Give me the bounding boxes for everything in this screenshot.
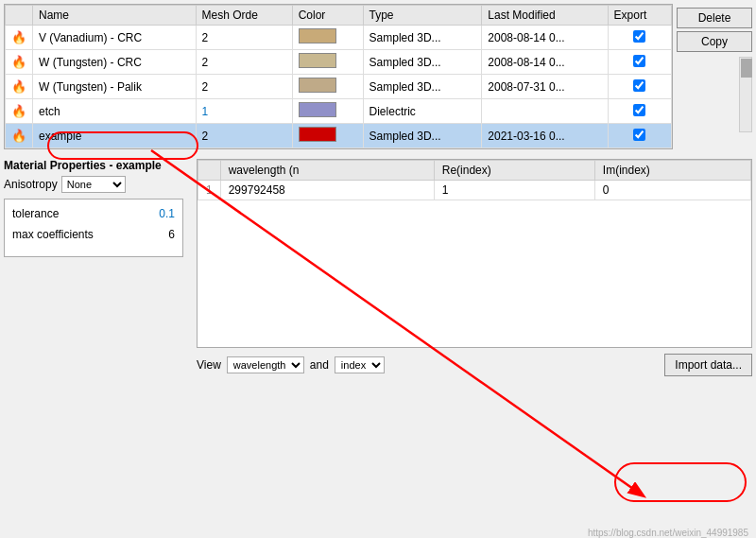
row-type: Dielectric <box>363 99 482 124</box>
col-re-index[interactable]: Re(index) <box>434 161 594 181</box>
row-type: Sampled 3D... <box>363 124 482 148</box>
row-icon: 🔥 <box>6 26 33 50</box>
import-highlight-circle <box>614 462 747 502</box>
data-row-num: 1 <box>198 181 221 200</box>
col-rownum <box>198 161 221 181</box>
row-mesh-order: 2 <box>196 75 292 99</box>
row-name: example <box>33 124 197 148</box>
anisotropy-label: Anisotropy <box>4 178 58 191</box>
export-checkbox[interactable] <box>633 104 645 116</box>
view-select-index[interactable]: index <box>335 356 385 373</box>
max-coeff-value: 6 <box>168 228 175 241</box>
col-type[interactable]: Type <box>363 6 482 26</box>
copy-button[interactable]: Copy <box>677 31 752 52</box>
action-buttons: Delete Copy <box>677 8 752 132</box>
tolerance-row: tolerance 0.1 <box>12 207 175 220</box>
export-checkbox[interactable] <box>633 55 645 67</box>
row-color <box>292 124 363 148</box>
delete-button[interactable]: Delete <box>677 8 752 28</box>
col-wavelength[interactable]: wavelength (n <box>220 161 434 181</box>
max-coeff-label: max coefficients <box>12 228 94 241</box>
data-re-index: 1 <box>434 181 594 200</box>
view-controls: View wavelength and index Import data... <box>197 354 752 376</box>
material-table-wrapper: Name Mesh Orde Color Type Last Modified … <box>5 5 672 148</box>
col-export[interactable]: Export <box>608 6 671 26</box>
row-mesh-order: 1 <box>196 99 292 124</box>
row-last-modified <box>482 99 608 124</box>
material-properties-panel: Material Properties - example Anisotropy… <box>4 153 193 376</box>
data-table-container: wavelength (n Re(index) Im(index) 129979… <box>197 159 752 348</box>
row-color <box>292 26 363 50</box>
row-last-modified: 2008-08-14 0... <box>482 26 608 50</box>
row-last-modified: 2008-07-31 0... <box>482 75 608 99</box>
table-row[interactable]: 🔥etch1Dielectric <box>6 99 672 124</box>
row-mesh-order: 2 <box>196 50 292 75</box>
col-im-index[interactable]: Im(index) <box>594 161 750 181</box>
row-color <box>292 99 363 124</box>
data-wavelength: 299792458 <box>220 181 434 200</box>
row-mesh-order: 2 <box>196 124 292 148</box>
data-table: wavelength (n Re(index) Im(index) 129979… <box>198 160 751 200</box>
row-last-modified: 2008-08-14 0... <box>482 50 608 75</box>
row-icon: 🔥 <box>6 99 33 124</box>
import-data-button[interactable]: Import data... <box>664 354 752 376</box>
tolerance-label: tolerance <box>12 207 59 220</box>
tolerance-value: 0.1 <box>159 207 175 220</box>
table-row[interactable]: 🔥V (Vanadium) - CRC2Sampled 3D...2008-08… <box>6 26 672 50</box>
row-export[interactable] <box>608 75 671 99</box>
material-table: Name Mesh Orde Color Type Last Modified … <box>5 5 672 148</box>
view-select-wavelength[interactable]: wavelength <box>227 356 304 373</box>
material-properties-title: Material Properties - example <box>4 159 193 172</box>
export-checkbox[interactable] <box>633 30 645 43</box>
col-mesh[interactable]: Mesh Orde <box>196 6 292 26</box>
row-export[interactable] <box>608 50 671 75</box>
material-list-section: Name Mesh Orde Color Type Last Modified … <box>4 4 673 149</box>
row-color <box>292 75 363 99</box>
row-icon: 🔥 <box>6 75 33 99</box>
row-type: Sampled 3D... <box>363 26 482 50</box>
watermark: https://blog.csdn.net/weixin_44991985 <box>588 528 748 538</box>
row-name: V (Vanadium) - CRC <box>33 26 197 50</box>
col-name[interactable]: Name <box>33 6 197 26</box>
scrollbar[interactable] <box>739 57 752 132</box>
col-color[interactable]: Color <box>292 6 363 26</box>
row-icon: 🔥 <box>6 50 33 75</box>
and-label: and <box>310 358 329 372</box>
row-name: W (Tungsten) - Palik <box>33 75 197 99</box>
export-checkbox[interactable] <box>633 129 645 141</box>
row-name: W (Tungsten) - CRC <box>33 50 197 75</box>
row-icon: 🔥 <box>6 124 33 148</box>
row-export[interactable] <box>608 26 671 50</box>
col-modified[interactable]: Last Modified <box>482 6 608 26</box>
anisotropy-select[interactable]: None Diagonal Full <box>61 176 126 193</box>
view-label: View <box>197 358 221 372</box>
row-type: Sampled 3D... <box>363 75 482 99</box>
properties-box: tolerance 0.1 max coefficients 6 <box>4 199 183 257</box>
row-mesh-order: 2 <box>196 26 292 50</box>
row-color <box>292 50 363 75</box>
col-icon <box>6 6 33 26</box>
table-row[interactable]: 🔥W (Tungsten) - Palik2Sampled 3D...2008-… <box>6 75 672 99</box>
data-panel: wavelength (n Re(index) Im(index) 129979… <box>197 153 752 376</box>
data-table-row: 129979245810 <box>198 181 751 200</box>
table-row[interactable]: 🔥W (Tungsten) - CRC2Sampled 3D...2008-08… <box>6 50 672 75</box>
row-type: Sampled 3D... <box>363 50 482 75</box>
table-row[interactable]: 🔥example2Sampled 3D...2021-03-16 0... <box>6 124 672 148</box>
row-export[interactable] <box>608 99 671 124</box>
row-name: etch <box>33 99 197 124</box>
max-coeff-row: max coefficients 6 <box>12 228 175 241</box>
row-last-modified: 2021-03-16 0... <box>482 124 608 148</box>
bottom-section: Material Properties - example Anisotropy… <box>4 153 752 376</box>
row-export[interactable] <box>608 124 671 148</box>
anisotropy-row: Anisotropy None Diagonal Full <box>4 176 193 193</box>
data-im-index: 0 <box>594 181 750 200</box>
export-checkbox[interactable] <box>633 79 645 92</box>
